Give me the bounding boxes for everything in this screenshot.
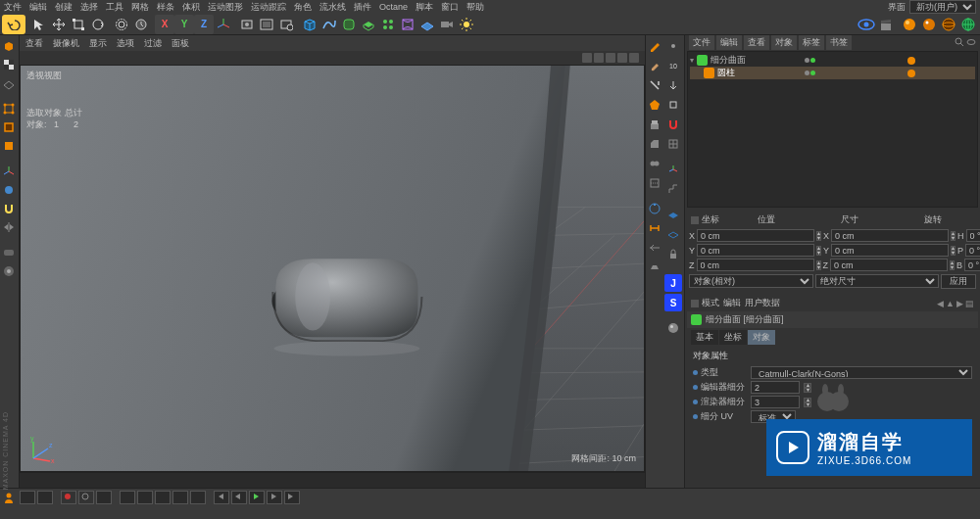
om-eye-icon[interactable] [966, 37, 976, 47]
om-tab-tags[interactable]: 标签 [799, 35, 824, 50]
viewport-3d[interactable]: 透视视图 选取对象 总计 对象: 1 2 [20, 65, 645, 472]
axis-z-lock[interactable]: Z [194, 15, 214, 34]
rt2-ball[interactable] [664, 319, 682, 337]
coords-world[interactable] [214, 15, 233, 34]
tool-rotate[interactable] [88, 15, 108, 34]
prim-spline[interactable] [319, 15, 339, 34]
axis-x-lock[interactable]: X [155, 15, 174, 34]
prim-subdiv[interactable] [339, 15, 359, 34]
coord-z-pos[interactable] [697, 259, 814, 271]
tl-rot[interactable] [155, 491, 171, 504]
rt2-3[interactable] [664, 76, 682, 94]
rt2-quant[interactable] [664, 180, 682, 198]
tl-key[interactable] [78, 491, 94, 504]
rt2-snap[interactable] [664, 135, 682, 153]
mode-polys[interactable] [0, 137, 18, 155]
vp-nav-orbit[interactable] [617, 53, 627, 63]
phong-tag-icon[interactable] [906, 56, 916, 66]
tl-prev[interactable] [231, 491, 247, 504]
clapper[interactable] [876, 15, 896, 34]
om-tab-bookmarks[interactable]: 书签 [826, 35, 852, 50]
tl-auto[interactable] [96, 491, 112, 504]
tool-scale[interactable] [69, 15, 88, 34]
coord-p-rot[interactable] [965, 244, 980, 257]
vp-menu-view[interactable]: 查看 [25, 37, 43, 50]
prim-extrude[interactable] [359, 15, 378, 34]
prim-array[interactable] [378, 15, 398, 34]
rt-extrude[interactable] [646, 116, 663, 133]
coord-z-size[interactable] [830, 259, 948, 271]
rt-bevel[interactable] [646, 135, 663, 153]
tl-scale[interactable] [137, 491, 153, 504]
om-search-icon[interactable] [955, 37, 964, 47]
object-tree[interactable]: ▾ 细分曲面 圆柱 [687, 51, 978, 208]
prim-cube[interactable] [300, 15, 319, 34]
viewport-solo[interactable] [0, 181, 18, 199]
vp-nav-max[interactable] [629, 53, 639, 63]
tree-row-subdiv[interactable]: ▾ 细分曲面 [690, 54, 975, 67]
rt2-lock[interactable] [664, 245, 682, 262]
om-tab-view[interactable]: 查看 [744, 35, 769, 50]
rt-weld[interactable] [646, 155, 663, 172]
coord-mode1[interactable]: 对象(相对) [689, 274, 813, 288]
mode-workplane[interactable] [0, 74, 18, 92]
snap-toggle[interactable] [0, 200, 18, 217]
attr-type-dropdown[interactable]: Catmull-Clark(N-Gons) [751, 366, 972, 379]
attr-subtab-basic[interactable]: 基本 [691, 330, 718, 345]
vp-menu-panel[interactable]: 面板 [172, 37, 189, 50]
spinner[interactable]: ▴▾ [804, 383, 811, 393]
rt2-1[interactable] [664, 37, 682, 55]
vp-nav-zoom[interactable] [606, 53, 615, 63]
tl-end[interactable] [284, 491, 300, 504]
attr-subeditor-input[interactable] [751, 381, 800, 394]
attr-subtab-coord[interactable]: 坐标 [719, 330, 747, 345]
rt-slide[interactable] [646, 239, 663, 257]
menu-help[interactable]: 帮助 [466, 1, 484, 14]
phong-tag-icon[interactable] [906, 69, 916, 78]
attr-tab-edit[interactable]: 编辑 [723, 297, 741, 309]
vp-menu-filter[interactable]: 过滤 [144, 37, 162, 50]
symmetry-toggle[interactable] [0, 218, 18, 236]
rt2-magnet[interactable] [664, 116, 682, 133]
prim-floor[interactable] [417, 15, 437, 34]
attr-nav-fwd[interactable]: ▶ [956, 299, 963, 308]
render-settings[interactable] [276, 15, 296, 34]
soft-select[interactable] [0, 262, 18, 280]
om-tab-file[interactable]: 文件 [689, 35, 714, 50]
om-tab-edit[interactable]: 编辑 [716, 35, 742, 50]
rt2-s[interactable]: S [664, 294, 682, 311]
coord-x-size[interactable] [831, 229, 949, 242]
prim-light[interactable] [457, 15, 476, 34]
menu-spline[interactable]: 样条 [157, 1, 174, 14]
mode-model[interactable] [0, 37, 18, 55]
tool-live-select[interactable] [29, 15, 49, 34]
spinner[interactable]: ▴▾ [804, 398, 811, 407]
menu-pipeline[interactable]: 流水线 [319, 1, 346, 14]
menu-volume[interactable]: 体积 [182, 1, 200, 14]
ball-3[interactable] [939, 15, 958, 34]
ball-2[interactable] [919, 15, 939, 34]
tl-pos[interactable] [120, 491, 135, 504]
tool-lastused[interactable] [112, 15, 131, 34]
menu-edit[interactable]: 编辑 [29, 1, 47, 14]
mode-edges[interactable] [0, 118, 18, 136]
vp-menu-display[interactable]: 显示 [89, 37, 107, 50]
menu-select[interactable]: 选择 [80, 1, 98, 14]
tl-play[interactable] [249, 491, 265, 504]
menu-window[interactable]: 窗口 [441, 1, 459, 14]
coord-h-rot[interactable] [966, 229, 980, 242]
mode-texture[interactable] [0, 56, 18, 73]
tl-pla[interactable] [190, 491, 206, 504]
undo-button[interactable] [2, 15, 25, 34]
tl-next[interactable] [267, 491, 282, 504]
rt2-4[interactable] [664, 96, 682, 114]
menu-mograph[interactable]: 运动图形 [208, 1, 243, 14]
rt-knife[interactable] [646, 76, 663, 94]
spinner[interactable]: ▴▾ [951, 246, 956, 256]
attr-subrender-input[interactable] [751, 396, 800, 408]
people-icon[interactable] [4, 492, 18, 503]
attr-tab-mode[interactable]: 模式 [691, 297, 719, 309]
mode-points[interactable] [0, 100, 18, 118]
spinner[interactable]: ▴▾ [816, 231, 821, 241]
menu-script[interactable]: 脚本 [416, 1, 433, 14]
